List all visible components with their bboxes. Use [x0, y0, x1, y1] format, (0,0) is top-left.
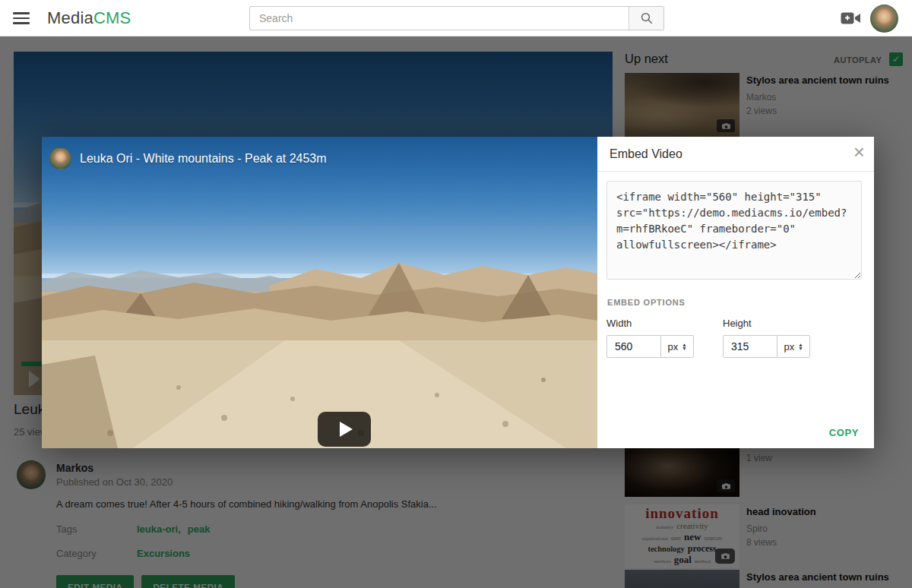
spinner-arrows-icon[interactable]: ▲▼	[682, 343, 686, 350]
dialog-divider	[597, 171, 874, 172]
unit-label: px	[667, 341, 678, 352]
height-unit-select[interactable]: px ▲▼	[777, 335, 810, 358]
channel-avatar[interactable]	[49, 147, 71, 169]
logo-cms: CMS	[93, 8, 131, 27]
preview-title-row: Leuka Ori - White mountains - Peak at 24…	[49, 147, 327, 169]
play-icon	[340, 422, 353, 437]
videocam-plus-icon	[841, 11, 861, 25]
logo-media: Media	[47, 8, 93, 27]
video-preview[interactable]: Leuka Ori - White mountains - Peak at 24…	[42, 137, 597, 448]
width-field[interactable]	[606, 335, 661, 358]
close-icon[interactable]: ×	[853, 140, 865, 166]
top-header: MediaCMS	[0, 0, 912, 36]
mountain-scene-graphic	[42, 137, 597, 448]
embed-panel: Embed Video × <iframe width="560" height…	[597, 137, 874, 448]
search-input[interactable]	[250, 7, 629, 30]
menu-icon[interactable]	[13, 12, 30, 24]
width-group: Width px ▲▼	[606, 318, 694, 358]
unit-label: px	[784, 341, 794, 352]
embed-code-textarea[interactable]: <iframe width="560" height="315" src="ht…	[606, 181, 862, 280]
logo[interactable]: MediaCMS	[47, 8, 131, 28]
embed-video-dialog: Leuka Ori - White mountains - Peak at 24…	[42, 137, 874, 448]
mediacms-app: Leuka Ori - White mountains - Peak at 24…	[0, 0, 912, 588]
preview-video-title: Leuka Ori - White mountains - Peak at 24…	[80, 152, 327, 166]
search-button[interactable]	[629, 7, 663, 30]
copy-button[interactable]: COPY	[829, 427, 859, 438]
play-button[interactable]	[318, 412, 371, 447]
search-box	[249, 6, 664, 30]
spinner-arrows-icon[interactable]: ▲▼	[798, 343, 803, 350]
height-label: Height	[723, 318, 810, 329]
search-icon	[640, 11, 654, 25]
embed-options-label: EMBED OPTIONS	[607, 298, 686, 307]
user-avatar[interactable]	[870, 5, 898, 33]
height-group: Height px ▲▼	[723, 318, 810, 358]
height-field[interactable]	[723, 335, 777, 358]
dialog-title: Embed Video	[610, 147, 682, 161]
width-unit-select[interactable]: px ▲▼	[661, 335, 694, 358]
width-label: Width	[606, 318, 694, 329]
upload-media-button[interactable]	[841, 11, 861, 25]
